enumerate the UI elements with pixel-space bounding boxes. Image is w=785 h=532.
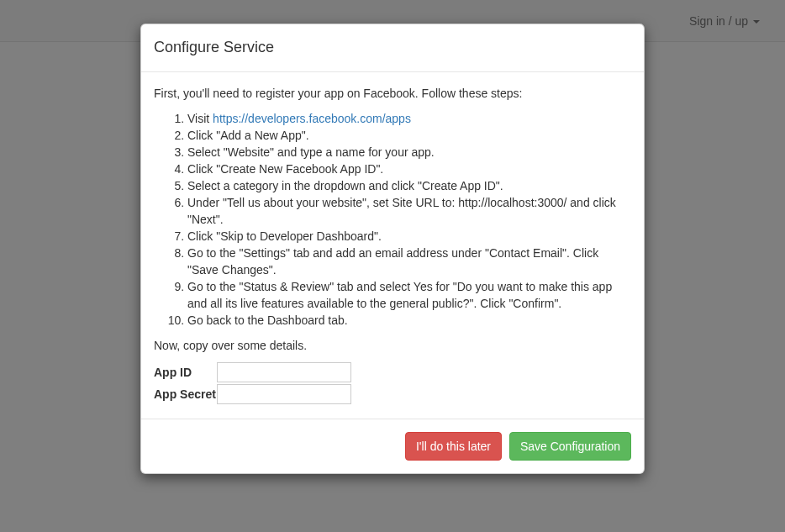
list-item: Go to the "Settings" tab and add an emai…	[187, 245, 631, 278]
app-secret-input[interactable]	[217, 384, 351, 404]
list-item: Go to the "Status & Review" tab and sele…	[187, 278, 631, 312]
app-secret-label: App Secret	[154, 386, 217, 403]
modal-intro: First, you'll need to register your app …	[154, 85, 631, 102]
list-item: Click "Add a New App".	[187, 127, 631, 144]
list-item: Select "Website" and type a name for you…	[187, 144, 631, 161]
do-later-button[interactable]: I'll do this later	[405, 432, 502, 461]
list-item: Visit https://developers.facebook.com/ap…	[187, 110, 631, 127]
list-item: Click "Skip to Developer Dashboard".	[187, 228, 631, 245]
save-configuration-button[interactable]: Save Configuration	[509, 432, 631, 461]
developers-link[interactable]: https://developers.facebook.com/apps	[213, 112, 411, 125]
step-text: Visit	[187, 112, 213, 125]
list-item: Click "Create New Facebook App ID".	[187, 161, 631, 177]
instructions-list: Visit https://developers.facebook.com/ap…	[154, 110, 631, 329]
list-item: Select a category in the dropdown and cl…	[187, 177, 631, 194]
modal-header: Configure Service	[141, 24, 644, 72]
copy-details-text: Now, copy over some details.	[154, 337, 631, 354]
app-secret-row: App Secret	[154, 384, 631, 404]
list-item: Under "Tell us about your website", set …	[187, 194, 631, 228]
modal-body: First, you'll need to register your app …	[141, 72, 644, 419]
modal-footer: I'll do this later Save Configuration	[141, 419, 644, 473]
app-id-row: App ID	[154, 362, 631, 382]
list-item: Go back to the Dashboard tab.	[187, 312, 631, 329]
modal-title: Configure Service	[154, 37, 631, 59]
app-id-input[interactable]	[217, 362, 351, 382]
app-id-label: App ID	[154, 364, 217, 381]
configure-service-modal: Configure Service First, you'll need to …	[140, 24, 645, 474]
